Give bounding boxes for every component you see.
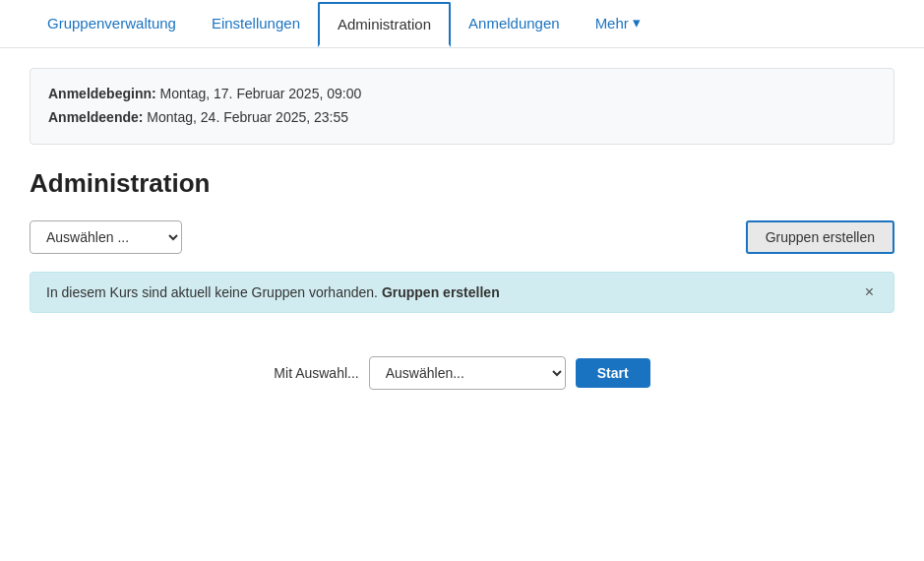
anmeldeende-row: Anmeldeende: Montag, 24. Februar 2025, 2… — [48, 106, 876, 130]
alert-text-normal: In diesem Kurs sind aktuell keine Gruppe… — [46, 284, 378, 300]
info-box: Anmeldebeginn: Montag, 17. Februar 2025,… — [30, 68, 894, 145]
nav-item-anmeldungen[interactable]: Anmeldungen — [451, 1, 578, 48]
gruppen-erstellen-button[interactable]: Gruppen erstellen — [746, 220, 894, 254]
alert-text: In diesem Kurs sind aktuell keine Gruppe… — [46, 284, 500, 300]
anmeldebeginn-value: Montag, 17. Februar 2025, 09:00 — [160, 86, 362, 101]
page-title: Administration — [30, 168, 894, 199]
start-button[interactable]: Start — [576, 358, 650, 388]
nav-item-mehr[interactable]: Mehr ▾ — [578, 0, 658, 48]
anmeldebeginn-label: Anmeldebeginn: — [48, 86, 156, 101]
mehr-label: Mehr — [595, 15, 629, 31]
alert-close-button[interactable]: × — [861, 284, 878, 300]
anmeldebeginn-row: Anmeldebeginn: Montag, 17. Februar 2025,… — [48, 83, 876, 106]
bottom-row: Mit Auswahl... Auswählen... Start — [30, 341, 894, 405]
anmeldeende-value: Montag, 24. Februar 2025, 23:55 — [147, 109, 348, 125]
nav-item-gruppenverwaltung[interactable]: Gruppenverwaltung — [30, 1, 194, 48]
alert-text-bold: Gruppen erstellen — [382, 284, 500, 300]
nav-item-administration[interactable]: Administration — [318, 2, 451, 47]
chevron-down-icon: ▾ — [633, 14, 641, 31]
anmeldeende-label: Anmeldeende: — [48, 109, 143, 125]
toolbar-row: Auswählen ... Gruppen erstellen — [30, 220, 894, 254]
nav-bar: Gruppenverwaltung Einstellungen Administ… — [0, 0, 924, 48]
auswahl-bottom-select[interactable]: Auswählen... — [369, 356, 566, 390]
auswahl-select[interactable]: Auswählen ... — [30, 220, 182, 254]
mit-auswahl-label: Mit Auswahl... — [274, 365, 358, 381]
main-content: Anmeldebeginn: Montag, 17. Februar 2025,… — [0, 48, 924, 425]
nav-item-einstellungen[interactable]: Einstellungen — [194, 1, 318, 48]
alert-box: In diesem Kurs sind aktuell keine Gruppe… — [30, 272, 894, 313]
